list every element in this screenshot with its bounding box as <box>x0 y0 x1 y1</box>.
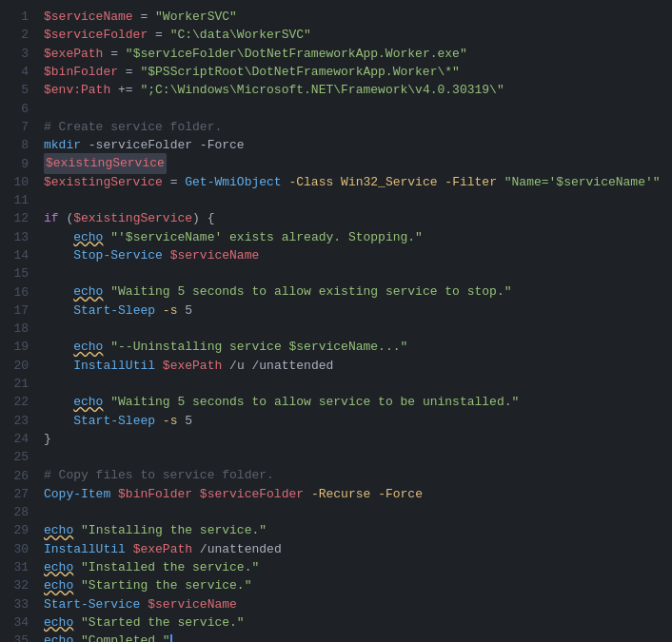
text-cursor <box>170 634 172 642</box>
token-str: "Waiting 5 seconds to allow existing ser… <box>110 282 511 301</box>
line-number: 22 <box>0 393 40 411</box>
token-plain: = <box>163 173 185 191</box>
line-number: 1 <box>0 8 40 26</box>
code-line: Start-Sleep -s 5 <box>44 302 672 320</box>
token-var: $existingService <box>44 153 167 173</box>
token-plain <box>44 393 73 411</box>
code-editor: 1234567891011121314151617181920212223242… <box>0 0 672 642</box>
code-line: echo "Installing the service." <box>44 521 672 539</box>
code-line <box>44 503 672 521</box>
token-plain <box>44 357 73 375</box>
code-line: Start-Sleep -s 5 <box>44 412 672 430</box>
token-param: -s <box>163 302 178 320</box>
line-number: 20 <box>0 357 40 375</box>
line-number: 8 <box>0 136 40 154</box>
code-line: InstallUtil $exePath /u /unattended <box>44 357 672 375</box>
token-str: ";C:\Windows\Microsoft.NET\Framework\v4.… <box>140 81 504 99</box>
line-number: 19 <box>0 338 40 356</box>
token-plain: } <box>44 430 51 448</box>
code-line: } <box>44 430 672 448</box>
token-param: -Filter <box>445 173 497 191</box>
token-plain <box>103 338 110 356</box>
token-var: $serviceFolder <box>44 26 148 44</box>
line-number: 30 <box>0 540 40 558</box>
token-cmd: echo <box>73 393 103 411</box>
line-number: 4 <box>0 63 40 81</box>
token-plain <box>103 228 110 246</box>
token-plain <box>44 412 73 430</box>
token-plain <box>73 632 81 642</box>
line-number: 18 <box>0 320 40 338</box>
line-number: 31 <box>0 558 40 576</box>
code-line: echo "Started the service." <box>44 613 672 632</box>
token-plain: ( <box>59 209 74 227</box>
token-var: $existingService <box>73 209 192 227</box>
token-var: $serviceFolder <box>200 485 304 503</box>
token-param: -Recurse <box>311 485 370 503</box>
token-cmd: InstallUtil <box>73 357 155 375</box>
line-number: 13 <box>0 228 40 246</box>
token-plain <box>44 282 73 301</box>
code-line: echo "Completed." <box>44 632 672 642</box>
token-comment: # Copy files to service folder. <box>44 466 274 484</box>
line-number: 28 <box>0 503 40 521</box>
token-kw: if <box>44 209 59 227</box>
code-line: echo "--Uninstalling service $serviceNam… <box>44 338 672 356</box>
token-param: -s <box>163 412 178 430</box>
code-line <box>44 264 672 282</box>
line-number: 33 <box>0 595 40 613</box>
line-number: 26 <box>0 466 40 484</box>
line-number: 2 <box>0 26 40 44</box>
token-cmd: echo <box>73 282 103 301</box>
code-line: InstallUtil $exePath /unattended <box>44 540 672 558</box>
line-number: 9 <box>0 154 40 172</box>
token-str: "Completed." <box>81 632 170 642</box>
token-cmd: echo <box>44 558 73 576</box>
token-str: "C:\data\WorkerSVC" <box>170 26 311 44</box>
token-plain <box>44 302 73 320</box>
token-var: $exePath <box>133 540 192 558</box>
token-var: $serviceName <box>148 595 237 613</box>
code-line: $exePath = "$serviceFolder\DotNetFramewo… <box>44 45 672 63</box>
token-plain <box>438 173 445 191</box>
token-plain <box>103 282 110 301</box>
line-number: 12 <box>0 209 40 227</box>
token-plain: 5 <box>177 412 192 430</box>
line-number: 25 <box>0 448 40 466</box>
code-line: echo "Waiting 5 seconds to allow existin… <box>44 282 672 301</box>
token-plain: /u /unattended <box>222 357 333 375</box>
token-plain <box>126 540 133 558</box>
code-content[interactable]: $serviceName = "WorkerSVC"$serviceFolder… <box>40 0 672 642</box>
token-cmd: mkdir <box>44 136 81 154</box>
code-line: $env:Path += ";C:\Windows\Microsoft.NET\… <box>44 81 672 99</box>
token-str: "Starting the service." <box>81 576 251 594</box>
token-plain <box>370 485 378 503</box>
token-plain <box>103 393 110 411</box>
token-plain <box>44 228 73 246</box>
token-plain <box>73 521 81 539</box>
code-line: echo "Installed the service." <box>44 558 672 576</box>
line-number: 29 <box>0 521 40 539</box>
token-var: $serviceName <box>44 8 133 26</box>
line-number: 27 <box>0 485 40 503</box>
code-line: echo "Starting the service." <box>44 576 672 594</box>
token-cmd: Stop-Service <box>73 246 163 264</box>
token-cmd: Start-Sleep <box>73 302 155 320</box>
token-var: $serviceName <box>170 246 260 264</box>
token-cmd: Copy-Item <box>44 485 110 503</box>
line-number: 10 <box>0 173 40 191</box>
token-str: "$PSScriptRoot\DotNetFrameworkApp.Worker… <box>140 63 459 81</box>
token-plain <box>73 558 81 576</box>
token-plain: ) { <box>192 209 214 227</box>
token-str: "WorkerSVC" <box>155 8 237 26</box>
token-plain <box>192 485 200 503</box>
code-line: mkdir -serviceFolder -Force <box>44 136 672 154</box>
token-cmd: Get-WmiObject <box>185 173 281 191</box>
token-var: $exePath <box>44 45 103 63</box>
token-plain <box>44 338 73 356</box>
token-plain <box>497 173 504 191</box>
line-number: 21 <box>0 375 40 393</box>
line-number: 11 <box>0 191 40 209</box>
token-plain: = <box>148 26 169 44</box>
code-line: if ($existingService) { <box>44 209 672 227</box>
